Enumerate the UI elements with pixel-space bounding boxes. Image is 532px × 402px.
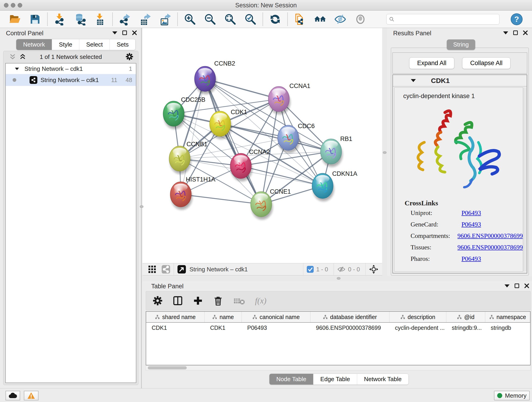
column-header-namespace[interactable]: namespace (485, 312, 530, 322)
export-table-icon[interactable] (139, 13, 151, 26)
open-session-icon[interactable] (9, 13, 21, 26)
home-network-icon[interactable] (314, 13, 326, 26)
vertical-splitter[interactable] (382, 28, 387, 276)
graph-node-CCNE1[interactable]: CCNE1 (251, 188, 291, 220)
add-column-icon[interactable] (193, 295, 203, 306)
grid-view-icon[interactable] (147, 265, 157, 274)
zoom-out-icon[interactable] (204, 13, 216, 26)
export-image-icon[interactable] (159, 13, 171, 26)
search-input[interactable] (395, 16, 493, 22)
zoom-selected-icon[interactable] (244, 13, 257, 26)
export-network-icon[interactable] (119, 13, 131, 26)
graph-node-CCNA2[interactable]: CCNA2 (230, 148, 270, 181)
close-panel-icon[interactable] (132, 30, 137, 35)
column-header--id[interactable]: @id (446, 312, 485, 322)
crosslink-link[interactable]: 9606.ENSP00000378699 (457, 244, 523, 251)
float-panel-icon[interactable] (122, 31, 127, 35)
float-panel-icon[interactable] (513, 31, 518, 35)
close-panel-icon[interactable] (523, 30, 528, 35)
table-cell[interactable]: stringdb:9... (446, 323, 485, 333)
table-cell[interactable]: cyclin-dependent ... (389, 323, 446, 333)
table-cell[interactable]: stringdb (485, 323, 530, 333)
detach-view-icon[interactable] (177, 265, 186, 274)
warning-button[interactable] (24, 391, 38, 400)
network-collection-row[interactable]: String Network – cdk1 1 (6, 64, 136, 74)
show-panel-icon[interactable] (354, 13, 367, 26)
status-divider (303, 263, 303, 275)
crosslink-link[interactable]: 9606.ENSP00000378699 (457, 232, 523, 240)
hide-panel-icon[interactable] (334, 13, 346, 26)
zoom-in-icon[interactable] (184, 13, 196, 26)
table-cell[interactable]: CDK1 (146, 323, 205, 333)
memory-button[interactable]: Memory (494, 391, 530, 400)
fit-content-icon[interactable] (369, 264, 379, 274)
tab-node-table[interactable]: Node Table (269, 374, 313, 385)
graph-edge-CCNB2-CCNE1[interactable] (205, 79, 261, 204)
graph-node-HIST1H1A[interactable]: HIST1H1A (170, 176, 215, 210)
table-body: CDK1CDK1P064939606.ENSP00000378699cyclin… (146, 323, 530, 333)
graph-node-CDC6[interactable]: CDC6 (278, 123, 315, 153)
tab-edge-table[interactable]: Edge Table (313, 374, 357, 385)
crosslink-link[interactable]: P06493 (462, 255, 481, 262)
graph-node-CCNB2[interactable]: CCNB2 (195, 60, 235, 94)
entry-header[interactable]: CDK1 (393, 75, 527, 86)
gear-icon[interactable] (125, 52, 133, 61)
import-network-icon[interactable] (54, 13, 66, 26)
expand-all-button[interactable]: Expand All (409, 57, 455, 69)
tab-network-table[interactable]: Network Table (357, 374, 409, 385)
graph-node-CDKN1A[interactable]: CDKN1A (312, 170, 357, 201)
delete-column-icon[interactable] (213, 295, 223, 306)
column-header-database-identifier[interactable]: database identifier (310, 312, 389, 322)
graph-node-CDK1[interactable]: CDK1 (210, 109, 247, 139)
column-header-shared-name[interactable]: shared name (146, 312, 205, 322)
tab-network[interactable]: Network (16, 39, 52, 50)
network-canvas[interactable]: CCNB2CCNA1CDC25BCDK1CDC6RB1CCNB1CCNA2CDK… (143, 28, 382, 263)
graph-node-CDC25B[interactable]: CDC25B (163, 96, 206, 129)
collapse-all-button[interactable]: Collapse All (462, 57, 510, 69)
column-header-canonical-name[interactable]: canonical name (242, 312, 310, 322)
import-table-icon[interactable] (94, 13, 106, 26)
table-cell[interactable]: CDK1 (205, 323, 242, 333)
zoom-fit-icon[interactable] (224, 13, 236, 26)
tab-style[interactable]: Style (52, 39, 79, 50)
collapse-panel-icon[interactable] (112, 32, 117, 34)
left-splitter-knob[interactable] (140, 205, 143, 208)
table-cell[interactable]: 9606.ENSP00000378699 (310, 323, 389, 333)
horizontal-splitter[interactable] (143, 276, 532, 281)
crosslink-link[interactable]: P06493 (462, 209, 481, 217)
table-cell[interactable]: P06493 (242, 323, 310, 333)
table-row[interactable]: CDK1CDK1P064939606.ENSP00000378699cyclin… (146, 323, 530, 333)
graph-node-RB1[interactable]: RB1 (321, 135, 352, 167)
help-icon[interactable]: ? (510, 13, 523, 26)
cloud-button[interactable] (6, 391, 20, 400)
selected-checkbox-icon[interactable] (307, 266, 314, 273)
save-session-icon[interactable] (29, 13, 41, 26)
network-view-icon[interactable] (161, 265, 171, 274)
network-row-selected[interactable]: String Network – cdk1 11 48 (6, 74, 136, 86)
column-header-name[interactable]: name (205, 312, 242, 322)
share-document-icon[interactable] (294, 13, 306, 26)
float-panel-icon[interactable] (515, 283, 519, 288)
split-columns-icon[interactable] (172, 295, 183, 306)
column-header-description[interactable]: description (389, 312, 446, 322)
search-icon (389, 16, 395, 22)
import-database-icon[interactable] (74, 13, 86, 26)
collapse-panel-icon[interactable] (505, 284, 510, 287)
entry-expander-icon[interactable] (411, 79, 416, 82)
tab-sets[interactable]: Sets (109, 39, 135, 50)
network-graph[interactable]: CCNB2CCNA1CDC25BCDK1CDC6RB1CCNB1CCNA2CDK… (143, 28, 382, 263)
tree-expander-icon[interactable] (15, 68, 19, 70)
results-scrollbar[interactable] (524, 87, 527, 272)
tab-string[interactable]: String (447, 39, 475, 50)
graph-edge-HIST1H1A-CCNE1[interactable] (181, 194, 261, 204)
main-toolbar: ? (0, 11, 532, 28)
tab-select[interactable]: Select (79, 39, 109, 50)
crosslink-link[interactable]: P06493 (462, 221, 481, 228)
network-type-icon (30, 76, 37, 84)
collapse-panel-icon[interactable] (503, 32, 508, 34)
gear-icon[interactable] (152, 295, 163, 306)
refresh-icon[interactable] (269, 13, 281, 26)
scrollbar-thumb[interactable] (148, 366, 187, 370)
table-horizontal-scrollbar[interactable] (146, 365, 531, 370)
close-panel-icon[interactable] (524, 283, 529, 288)
